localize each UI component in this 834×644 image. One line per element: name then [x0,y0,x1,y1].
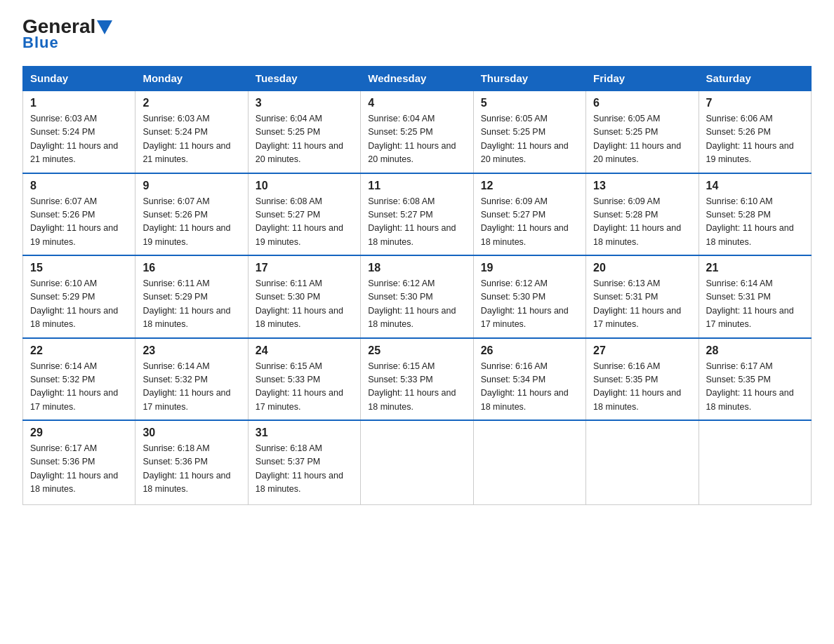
day-number: 26 [481,344,578,357]
day-number: 9 [143,180,240,192]
calendar-cell: 10Sunrise: 6:08 AMSunset: 5:27 PMDayligh… [248,173,360,256]
calendar-cell: 7Sunrise: 6:06 AMSunset: 5:26 PMDaylight… [699,90,811,173]
day-info: Sunrise: 6:15 AMSunset: 5:33 PMDaylight:… [256,360,353,415]
day-number: 13 [593,180,691,192]
calendar-cell: 2Sunrise: 6:03 AMSunset: 5:24 PMDaylight… [135,90,248,173]
day-info: Sunrise: 6:03 AMSunset: 5:24 PMDaylight:… [143,112,240,167]
day-number: 15 [30,262,128,274]
calendar-cell: 17Sunrise: 6:11 AMSunset: 5:30 PMDayligh… [248,255,360,338]
day-info: Sunrise: 6:05 AMSunset: 5:25 PMDaylight:… [593,112,691,167]
day-info: Sunrise: 6:07 AMSunset: 5:26 PMDaylight:… [143,195,240,250]
day-info: Sunrise: 6:12 AMSunset: 5:30 PMDaylight:… [368,277,465,332]
calendar-cell: 9Sunrise: 6:07 AMSunset: 5:26 PMDaylight… [135,173,248,256]
day-info: Sunrise: 6:18 AMSunset: 5:36 PMDaylight:… [143,442,240,497]
calendar-cell: 22Sunrise: 6:14 AMSunset: 5:32 PMDayligh… [23,338,135,421]
calendar-cell: 15Sunrise: 6:10 AMSunset: 5:29 PMDayligh… [23,255,135,338]
calendar-cell: 13Sunrise: 6:09 AMSunset: 5:28 PMDayligh… [586,173,699,256]
day-info: Sunrise: 6:16 AMSunset: 5:35 PMDaylight:… [593,360,691,415]
day-info: Sunrise: 6:13 AMSunset: 5:31 PMDaylight:… [593,277,691,332]
calendar-cell: 30Sunrise: 6:18 AMSunset: 5:36 PMDayligh… [135,420,248,504]
calendar-cell [473,420,585,504]
day-info: Sunrise: 6:15 AMSunset: 5:33 PMDaylight:… [368,360,465,415]
logo-triangle-icon [97,20,112,34]
calendar-cell: 12Sunrise: 6:09 AMSunset: 5:27 PMDayligh… [473,173,585,256]
calendar-cell: 4Sunrise: 6:04 AMSunset: 5:25 PMDaylight… [361,90,473,173]
day-info: Sunrise: 6:16 AMSunset: 5:34 PMDaylight:… [481,360,578,415]
day-number: 10 [256,180,353,192]
header-day-sunday: Sunday [23,67,135,91]
week-row-1: 1Sunrise: 6:03 AMSunset: 5:24 PMDaylight… [23,90,812,173]
calendar-cell: 26Sunrise: 6:16 AMSunset: 5:34 PMDayligh… [473,338,585,421]
calendar-cell: 18Sunrise: 6:12 AMSunset: 5:30 PMDayligh… [361,255,473,338]
calendar-cell: 20Sunrise: 6:13 AMSunset: 5:31 PMDayligh… [586,255,699,338]
calendar-cell: 28Sunrise: 6:17 AMSunset: 5:35 PMDayligh… [699,338,811,421]
svg-marker-0 [97,20,112,34]
calendar-cell: 31Sunrise: 6:18 AMSunset: 5:37 PMDayligh… [248,420,360,504]
day-number: 7 [706,97,804,109]
header-day-monday: Monday [135,67,248,91]
calendar-cell: 27Sunrise: 6:16 AMSunset: 5:35 PMDayligh… [586,338,699,421]
day-number: 20 [593,262,691,274]
header-day-friday: Friday [586,67,699,91]
day-info: Sunrise: 6:11 AMSunset: 5:30 PMDaylight:… [256,277,353,332]
calendar-cell: 25Sunrise: 6:15 AMSunset: 5:33 PMDayligh… [361,338,473,421]
day-info: Sunrise: 6:04 AMSunset: 5:25 PMDaylight:… [368,112,465,167]
day-number: 1 [30,97,128,109]
calendar-cell [586,420,699,504]
logo: General Blue [22,17,112,52]
day-number: 11 [368,180,465,192]
day-number: 18 [368,262,465,274]
day-number: 3 [256,97,353,109]
day-info: Sunrise: 6:07 AMSunset: 5:26 PMDaylight:… [30,195,128,250]
header-day-wednesday: Wednesday [361,67,473,91]
day-number: 17 [256,262,353,274]
day-number: 22 [30,344,128,357]
logo-blue: Blue [22,34,59,52]
day-number: 19 [481,262,578,274]
day-info: Sunrise: 6:09 AMSunset: 5:27 PMDaylight:… [481,195,578,250]
day-number: 28 [706,344,804,357]
day-info: Sunrise: 6:14 AMSunset: 5:32 PMDaylight:… [30,360,128,415]
day-info: Sunrise: 6:06 AMSunset: 5:26 PMDaylight:… [706,112,804,167]
calendar-cell: 3Sunrise: 6:04 AMSunset: 5:25 PMDaylight… [248,90,360,173]
day-info: Sunrise: 6:10 AMSunset: 5:29 PMDaylight:… [30,277,128,332]
day-info: Sunrise: 6:17 AMSunset: 5:35 PMDaylight:… [706,360,804,415]
calendar-cell: 16Sunrise: 6:11 AMSunset: 5:29 PMDayligh… [135,255,248,338]
day-number: 29 [30,427,128,439]
header-day-thursday: Thursday [473,67,585,91]
calendar-cell: 8Sunrise: 6:07 AMSunset: 5:26 PMDaylight… [23,173,135,256]
day-number: 16 [143,262,240,274]
day-info: Sunrise: 6:05 AMSunset: 5:25 PMDaylight:… [481,112,578,167]
calendar-cell: 21Sunrise: 6:14 AMSunset: 5:31 PMDayligh… [699,255,811,338]
day-number: 21 [706,262,804,274]
calendar-table: SundayMondayTuesdayWednesdayThursdayFrid… [22,66,812,505]
calendar-cell: 24Sunrise: 6:15 AMSunset: 5:33 PMDayligh… [248,338,360,421]
header-day-tuesday: Tuesday [248,67,360,91]
day-number: 30 [143,427,240,439]
week-row-2: 8Sunrise: 6:07 AMSunset: 5:26 PMDaylight… [23,173,812,256]
day-info: Sunrise: 6:14 AMSunset: 5:31 PMDaylight:… [706,277,804,332]
day-info: Sunrise: 6:18 AMSunset: 5:37 PMDaylight:… [256,442,353,497]
day-number: 2 [143,97,240,109]
day-info: Sunrise: 6:12 AMSunset: 5:30 PMDaylight:… [481,277,578,332]
week-row-5: 29Sunrise: 6:17 AMSunset: 5:36 PMDayligh… [23,420,812,504]
day-number: 25 [368,344,465,357]
calendar-cell: 6Sunrise: 6:05 AMSunset: 5:25 PMDaylight… [586,90,699,173]
day-info: Sunrise: 6:10 AMSunset: 5:28 PMDaylight:… [706,195,804,250]
day-number: 31 [256,427,353,439]
header-day-saturday: Saturday [699,67,811,91]
day-info: Sunrise: 6:09 AMSunset: 5:28 PMDaylight:… [593,195,691,250]
day-number: 6 [593,97,691,109]
day-info: Sunrise: 6:14 AMSunset: 5:32 PMDaylight:… [143,360,240,415]
day-number: 12 [481,180,578,192]
calendar-cell [361,420,473,504]
day-info: Sunrise: 6:08 AMSunset: 5:27 PMDaylight:… [256,195,353,250]
calendar-cell: 19Sunrise: 6:12 AMSunset: 5:30 PMDayligh… [473,255,585,338]
calendar-cell [699,420,811,504]
day-number: 8 [30,180,128,192]
page-header: General Blue [22,17,812,52]
day-number: 5 [481,97,578,109]
day-info: Sunrise: 6:03 AMSunset: 5:24 PMDaylight:… [30,112,128,167]
calendar-cell: 5Sunrise: 6:05 AMSunset: 5:25 PMDaylight… [473,90,585,173]
calendar-cell: 11Sunrise: 6:08 AMSunset: 5:27 PMDayligh… [361,173,473,256]
